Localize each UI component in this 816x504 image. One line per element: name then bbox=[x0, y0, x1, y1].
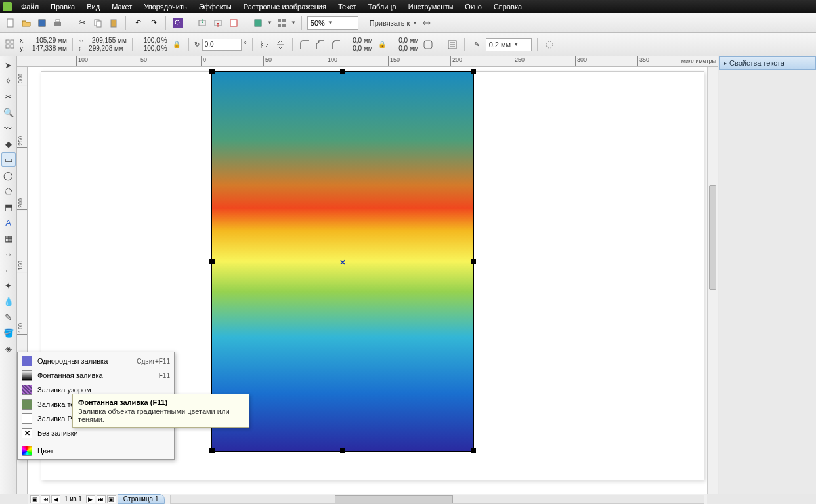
wrap-text-button[interactable] bbox=[446, 38, 459, 51]
no-fill-icon: ✕ bbox=[22, 428, 32, 438]
undo-button[interactable]: ↶ bbox=[131, 16, 144, 30]
new-button[interactable] bbox=[4, 16, 17, 30]
vscroll-thumb[interactable] bbox=[709, 185, 716, 290]
handle-bl[interactable] bbox=[209, 448, 215, 453]
handle-bm[interactable] bbox=[340, 448, 345, 453]
menu-edit[interactable]: Правка bbox=[45, 1, 80, 12]
menu-layout[interactable]: Макет bbox=[106, 1, 137, 12]
prev-page-button[interactable]: ◀ bbox=[51, 495, 60, 503]
no-fill-item[interactable]: ✕ Без заливки bbox=[18, 426, 174, 440]
snap-options-button[interactable] bbox=[420, 16, 433, 30]
rotation-input[interactable]: 0,0 bbox=[202, 39, 242, 51]
mirror-h-button[interactable] bbox=[258, 38, 271, 51]
crop-tool[interactable]: ✂ bbox=[1, 89, 16, 104]
add-page-after-button[interactable]: ▣ bbox=[107, 495, 116, 503]
corner-tl-value[interactable]: 0,0 мм bbox=[345, 37, 373, 44]
corner-tr-value[interactable]: 0,0 мм bbox=[391, 37, 419, 44]
corner-round-button[interactable] bbox=[298, 38, 311, 51]
corner-bl-value[interactable]: 0,0 мм bbox=[345, 45, 373, 52]
size-group: ↔209,155 мм ↕299,208 мм bbox=[78, 37, 127, 52]
eyedropper-tool[interactable]: 💧 bbox=[1, 294, 16, 308]
table-tool[interactable]: ▦ bbox=[1, 231, 16, 245]
paste-button[interactable] bbox=[107, 16, 120, 30]
smart-fill-tool[interactable]: ◆ bbox=[1, 136, 16, 151]
handle-ml[interactable] bbox=[209, 259, 215, 264]
corner-br-value[interactable]: 0,0 мм bbox=[391, 45, 419, 52]
fill-tool[interactable]: 🪣 bbox=[1, 326, 16, 340]
next-page-button[interactable]: ▶ bbox=[86, 495, 95, 503]
redo-button[interactable]: ↷ bbox=[147, 16, 160, 30]
publish-pdf-button[interactable] bbox=[227, 16, 240, 30]
page-tab[interactable]: Страница 1 bbox=[118, 494, 165, 504]
polygon-tool[interactable]: ⬠ bbox=[1, 184, 16, 198]
rectangle-tool[interactable]: ▭ bbox=[1, 152, 16, 167]
outline-width-combo[interactable]: 0,2 мм▼ bbox=[486, 38, 532, 51]
ellipse-tool[interactable]: ◯ bbox=[1, 168, 16, 182]
save-button[interactable] bbox=[35, 16, 49, 30]
corner-chamfer-button[interactable] bbox=[330, 38, 343, 51]
cut-button[interactable]: ✂ bbox=[75, 16, 89, 30]
corner-scallop-button[interactable] bbox=[314, 38, 327, 51]
text-tool[interactable]: A bbox=[1, 215, 16, 230]
vruler-tick: 200 bbox=[17, 198, 28, 210]
relative-corner-button[interactable] bbox=[421, 38, 435, 51]
menu-window[interactable]: Окно bbox=[460, 1, 487, 12]
freehand-tool[interactable]: 〰 bbox=[1, 121, 16, 135]
hscroll-thumb[interactable] bbox=[335, 495, 453, 503]
interactive-fill-tool[interactable]: ◈ bbox=[1, 341, 16, 356]
menu-text[interactable]: Текст bbox=[333, 1, 362, 12]
handle-mr[interactable] bbox=[471, 259, 476, 264]
shape-tool[interactable]: ✧ bbox=[1, 74, 16, 88]
copy-button[interactable] bbox=[91, 16, 104, 30]
vertical-scrollbar[interactable] bbox=[707, 67, 718, 494]
connector-tool[interactable]: ⌐ bbox=[1, 262, 16, 277]
export-button[interactable] bbox=[211, 16, 225, 30]
selected-rectangle[interactable]: ✕ bbox=[211, 71, 474, 452]
handle-tr[interactable] bbox=[471, 69, 476, 74]
preset-button[interactable] bbox=[4, 38, 17, 51]
color-item[interactable]: Цвет bbox=[18, 444, 174, 458]
convert-curves-button[interactable] bbox=[543, 38, 556, 51]
menu-file[interactable]: Файл bbox=[16, 1, 44, 12]
fountain-fill-item[interactable]: Фонтанная заливка F11 bbox=[18, 368, 174, 383]
dimension-tool[interactable]: ↔ bbox=[1, 247, 16, 261]
first-page-button[interactable]: ⏮ bbox=[41, 495, 50, 503]
corner-lock-button[interactable]: 🔒 bbox=[376, 38, 389, 51]
pick-tool[interactable]: ➤ bbox=[1, 58, 16, 72]
basic-shapes-tool[interactable]: ⬒ bbox=[1, 200, 16, 214]
outline-tool[interactable]: ✎ bbox=[1, 310, 16, 324]
text-properties-tab[interactable]: ▸Свойства текста bbox=[719, 56, 816, 70]
effects-tool[interactable]: ✦ bbox=[1, 278, 16, 293]
print-button[interactable] bbox=[51, 16, 64, 30]
import-button[interactable] bbox=[196, 16, 209, 30]
menu-help[interactable]: Справка bbox=[488, 1, 527, 12]
last-page-button[interactable]: ⏭ bbox=[97, 495, 106, 503]
open-button[interactable] bbox=[20, 16, 33, 30]
horizontal-scrollbar[interactable] bbox=[170, 495, 704, 504]
add-page-button[interactable]: ▣ bbox=[30, 495, 39, 503]
menu-effects[interactable]: Эффекты bbox=[194, 1, 237, 12]
uniform-fill-item[interactable]: Однородная заливка Сдвиг+F11 bbox=[18, 354, 174, 368]
menu-view[interactable]: Вид bbox=[81, 1, 105, 12]
handle-tl[interactable] bbox=[209, 69, 215, 74]
handle-tm[interactable] bbox=[340, 69, 345, 74]
menu-arrange[interactable]: Упорядочить bbox=[139, 1, 192, 12]
width-value[interactable]: 209,155 мм bbox=[86, 37, 127, 44]
menu-bitmaps[interactable]: Растровые изображения bbox=[238, 1, 332, 12]
x-value[interactable]: 105,29 мм bbox=[26, 37, 67, 44]
handle-br[interactable] bbox=[471, 448, 476, 453]
scale-x-value[interactable]: 100,0 bbox=[138, 37, 160, 44]
horizontal-ruler[interactable]: 10050050100150200250300350 bbox=[17, 56, 718, 67]
mirror-v-button[interactable] bbox=[274, 38, 287, 51]
menu-table[interactable]: Таблица bbox=[363, 1, 402, 12]
app-launcher-button[interactable] bbox=[275, 16, 288, 30]
zoom-tool[interactable]: 🔍 bbox=[1, 105, 16, 119]
menu-tools[interactable]: Инструменты bbox=[403, 1, 459, 12]
zoom-combo[interactable]: 50%▼ bbox=[307, 16, 358, 30]
height-value[interactable]: 299,208 мм bbox=[83, 45, 123, 52]
scale-y-value[interactable]: 100,0 bbox=[138, 45, 160, 52]
lock-ratio-button[interactable]: 🔒 bbox=[170, 38, 183, 51]
search-button[interactable] bbox=[171, 16, 184, 30]
y-value[interactable]: 147,338 мм bbox=[26, 45, 67, 52]
fullscreen-button[interactable] bbox=[251, 16, 265, 30]
